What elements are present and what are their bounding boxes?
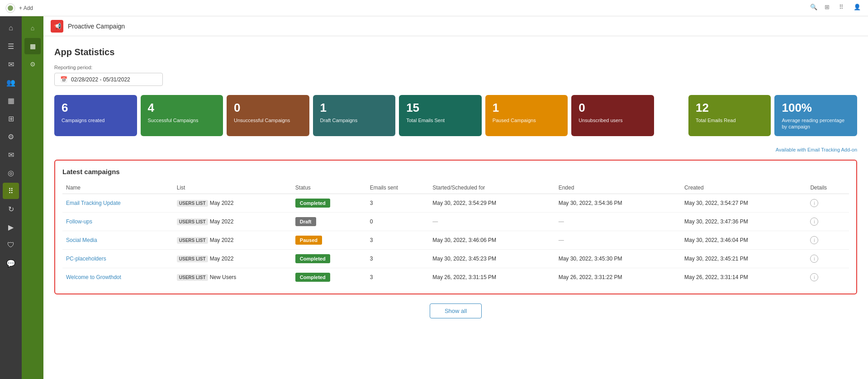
details-info-icon[interactable]: i <box>810 218 818 226</box>
stat-label: Average reading percentage by campaign <box>782 117 850 130</box>
stat-number: 0 <box>579 101 647 114</box>
campaign-link[interactable]: Social Media <box>66 237 97 243</box>
list-name: New Users <box>210 274 237 280</box>
sidebar-item-contacts[interactable]: ☰ <box>3 38 19 54</box>
stat-card-unsuccessful-campaigns[interactable]: 0 Unsuccessful Campaigns <box>227 95 309 136</box>
stat-card-total-emails-sent[interactable]: 15 Total Emails Sent <box>399 95 482 136</box>
sidebar-item-refresh[interactable]: ↻ <box>3 201 19 217</box>
campaigns-table: NameListStatusEmails sentStarted/Schedul… <box>62 182 849 286</box>
details-info-icon[interactable]: i <box>810 236 818 244</box>
started-scheduled: — <box>429 213 555 231</box>
stat-label: Unsuccessful Campaigns <box>234 117 302 123</box>
stat-cards: 6 Campaigns created 4 Successful Campaig… <box>54 95 857 136</box>
list-name: May 2022 <box>210 256 234 262</box>
started-scheduled: May 26, 2022, 3:31:15 PM <box>429 268 555 287</box>
started-scheduled: May 30, 2022, 3:45:23 PM <box>429 250 555 268</box>
app-header-title: Proactive Campaign <box>68 23 125 30</box>
stat-number: 0 <box>234 101 302 114</box>
sidebar-item-chat[interactable]: 💬 <box>3 255 19 271</box>
svg-point-1 <box>8 5 13 11</box>
stat-card-total-emails-read[interactable]: 12 Total Emails Read <box>688 95 771 136</box>
date-range-value: 02/28/2022 - 05/31/2022 <box>71 76 130 83</box>
logo <box>5 3 15 13</box>
list-name: May 2022 <box>210 218 234 225</box>
apps-icon[interactable]: ⠿ <box>839 4 848 13</box>
ended: May 30, 2022, 3:45:30 PM <box>555 250 681 268</box>
sidebar-item-shield[interactable]: 🛡 <box>3 237 19 253</box>
details-info-icon[interactable]: i <box>810 273 818 281</box>
status-badge: Draft <box>295 217 316 226</box>
sidebar-item-home[interactable]: ⌂ <box>3 20 19 36</box>
ended: — <box>555 213 681 231</box>
sidebar-green-stats[interactable]: ▦ <box>24 38 41 54</box>
calendar-icon: 📅 <box>60 76 67 83</box>
sidebar-item-grid[interactable]: ⠿ <box>3 183 19 199</box>
table-row: Welcome to GrowthdotUSERS LISTNew UsersC… <box>62 268 849 287</box>
users-list-badge: USERS LIST <box>177 237 208 244</box>
emails-sent: 3 <box>366 194 429 213</box>
stat-label: Total Emails Sent <box>406 117 474 123</box>
campaign-link[interactable]: Welcome to Growthdot <box>66 274 121 280</box>
sidebar-item-users[interactable]: 👥 <box>3 74 19 90</box>
th-details: Details <box>806 182 849 194</box>
stat-number: 4 <box>148 101 216 114</box>
sidebar-item-analytics[interactable]: ▦ <box>3 92 19 109</box>
sidebar-item-database[interactable]: ⊞ <box>3 110 19 127</box>
stat-card-draft-campaigns[interactable]: 1 Draft Campaigns <box>313 95 396 136</box>
started-scheduled: May 30, 2022, 3:46:06 PM <box>429 231 555 250</box>
sidebar-green-home[interactable]: ⌂ <box>24 20 41 36</box>
grid-icon[interactable]: ⊞ <box>825 4 834 13</box>
details-info-icon[interactable]: i <box>810 255 818 263</box>
stat-card-successful-campaigns[interactable]: 4 Successful Campaigns <box>141 95 223 136</box>
ended: May 30, 2022, 3:54:36 PM <box>555 194 681 213</box>
sidebar-item-mail2[interactable]: ✉ <box>3 147 19 163</box>
sidebar-item-settings[interactable]: ⚙ <box>3 128 19 145</box>
latest-campaigns-title: Latest campaigns <box>62 168 849 175</box>
sidebar-item-email[interactable]: ✉ <box>3 56 19 72</box>
latest-campaigns: Latest campaigns NameListStatusEmails se… <box>54 160 857 294</box>
stat-card-paused-campaigns[interactable]: 1 Paused Campaigns <box>485 95 568 136</box>
emails-sent: 3 <box>366 231 429 250</box>
th-name: Name <box>62 182 173 194</box>
created: May 30, 2022, 3:46:04 PM <box>681 231 806 250</box>
table-row: Social MediaUSERS LISTMay 2022Paused3May… <box>62 231 849 250</box>
table-body: Email Tracking UpdateUSERS LISTMay 2022C… <box>62 194 849 287</box>
status-badge: Completed <box>295 273 330 282</box>
show-all-button[interactable]: Show all <box>430 303 482 318</box>
users-list-badge: USERS LIST <box>177 218 208 225</box>
users-list-badge: USERS LIST <box>177 274 208 281</box>
search-icon[interactable]: 🔍 <box>810 4 819 13</box>
stat-label: Successful Campaigns <box>148 117 216 123</box>
th-started-scheduled-for: Started/Scheduled for <box>429 182 555 194</box>
app-icon: 📢 <box>51 20 63 33</box>
details-info-icon[interactable]: i <box>810 199 818 207</box>
sidebar-green-settings[interactable]: ⚙ <box>24 56 41 72</box>
table-row: Follow-upsUSERS LISTMay 2022Draft0——May … <box>62 213 849 231</box>
add-button[interactable]: + Add <box>19 5 33 11</box>
sidebar-item-target[interactable]: ◎ <box>3 165 19 181</box>
campaign-link[interactable]: Follow-ups <box>66 218 92 225</box>
date-range-input[interactable]: 📅 02/28/2022 - 05/31/2022 <box>54 73 163 86</box>
users-list-badge: USERS LIST <box>177 200 208 207</box>
stat-cards-spacer <box>658 95 685 136</box>
emails-sent: 0 <box>366 213 429 231</box>
sidebar-item-video[interactable]: ▶ <box>3 219 19 235</box>
emails-sent: 3 <box>366 268 429 287</box>
show-all-container: Show all <box>54 303 857 318</box>
stat-card-unsubscribed-users[interactable]: 0 Unsubscribed users <box>571 95 654 136</box>
table-row: Email Tracking UpdateUSERS LISTMay 2022C… <box>62 194 849 213</box>
sidebar-icons: ⌂ ☰ ✉ 👥 ▦ ⊞ ⚙ ✉ ◎ ⠿ ↻ ▶ 🛡 💬 <box>0 16 22 379</box>
stat-card-avg-reading-pct[interactable]: 100% Average reading percentage by campa… <box>774 95 857 136</box>
topbar: + Add 🔍 ⊞ ⠿ 👤 <box>0 0 868 16</box>
stat-number: 1 <box>493 101 561 114</box>
th-status: Status <box>292 182 366 194</box>
stat-card-campaigns-created[interactable]: 6 Campaigns created <box>54 95 137 136</box>
table-header: NameListStatusEmails sentStarted/Schedul… <box>62 182 849 194</box>
user-icon[interactable]: 👤 <box>854 4 863 13</box>
stat-label: Unsubscribed users <box>579 117 647 123</box>
campaign-link[interactable]: PC-placeholders <box>66 256 106 262</box>
started-scheduled: May 30, 2022, 3:54:29 PM <box>429 194 555 213</box>
users-list-badge: USERS LIST <box>177 256 208 262</box>
sidebar-green: ⌂ ▦ ⚙ <box>22 16 43 379</box>
campaign-link[interactable]: Email Tracking Update <box>66 200 121 206</box>
